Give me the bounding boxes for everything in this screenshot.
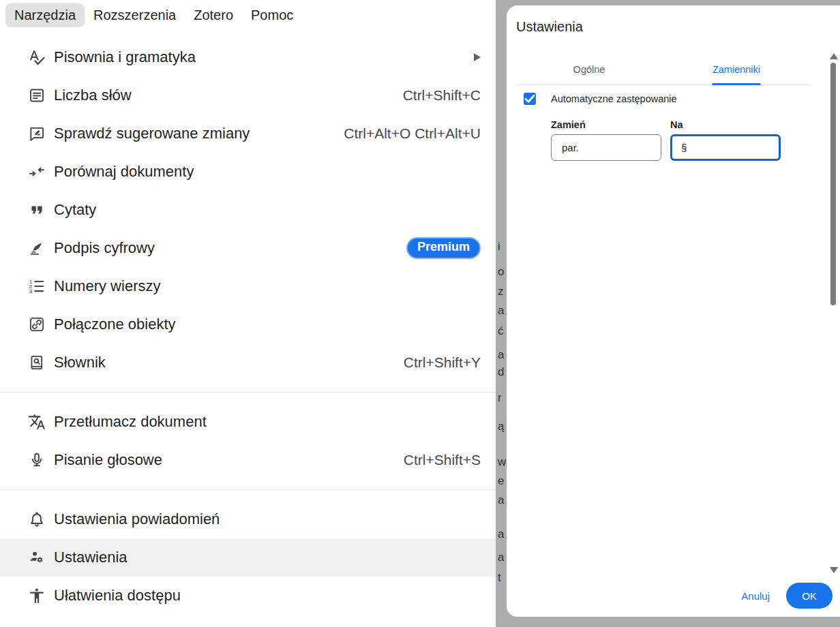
column-header-replace: Zamień xyxy=(551,119,586,130)
menu-item-u-atwienia-dost-pu[interactable]: Ułatwienia dostępu xyxy=(0,577,496,615)
document-text-fragment: r xyxy=(498,392,502,403)
settings-icon xyxy=(28,549,46,566)
menu-shortcut: Ctrl+Shift+Y xyxy=(404,354,481,371)
settings-tabs: OgólneZamienniki xyxy=(515,55,810,85)
new-substitution-row xyxy=(551,134,781,161)
document-text-fragment: a xyxy=(498,305,504,316)
accessibility-icon xyxy=(28,587,46,605)
active-tab-underline xyxy=(712,83,761,86)
menubar-item-zotero[interactable]: Zotero xyxy=(185,3,242,27)
scrollbar-thumb[interactable] xyxy=(830,63,836,305)
menu-item-pisanie-g-osowe[interactable]: Pisanie głosowe Ctrl+Shift+S xyxy=(0,441,496,479)
tab-zamienniki[interactable]: Zamienniki xyxy=(663,55,810,85)
voice-typing-icon xyxy=(28,451,46,469)
document-text-fragment: o xyxy=(498,266,504,277)
digital-signature-icon xyxy=(28,239,46,257)
autocorrect-row: Automatyczne zastępowanie xyxy=(524,93,677,105)
ok-button[interactable]: OK xyxy=(786,583,832,609)
menu-item-przet-umacz-dokument[interactable]: Przetłumacz dokument xyxy=(0,403,496,441)
scrollbar-down-arrow-icon[interactable] xyxy=(830,567,838,573)
document-text-fragment: a xyxy=(498,551,504,563)
dialog-footer: Anuluj OK xyxy=(507,575,840,617)
document-text-fragment: ą xyxy=(498,420,504,432)
document-text-fragment: t xyxy=(498,572,501,583)
column-header-with: Na xyxy=(670,119,683,130)
document-text-fragment: w xyxy=(498,456,506,468)
menu-item-po-czone-obiekty[interactable]: Połączone obiekty xyxy=(0,305,496,343)
settings-dialog: Ustawienia OgólneZamienniki Automatyczne… xyxy=(507,5,840,617)
menu-separator xyxy=(0,489,496,490)
linked-objects-icon xyxy=(28,316,46,333)
premium-badge: Premium xyxy=(406,237,481,259)
document-text-fragment: z xyxy=(498,286,504,297)
menu-item-pisownia-i-gramatyka[interactable]: Pisownia i gramatyka xyxy=(0,38,496,76)
dictionary-icon xyxy=(28,354,46,371)
new-replace-input[interactable] xyxy=(551,134,661,161)
cancel-button[interactable]: Anuluj xyxy=(741,590,770,602)
document-text-fragment: a xyxy=(498,494,504,506)
menu-item-por-wnaj-dokumenty[interactable]: Porównaj dokumenty xyxy=(0,153,496,191)
translate-icon xyxy=(28,413,46,431)
document-text-fragment: ć xyxy=(498,325,504,337)
menu-item-cytaty[interactable]: Cytaty xyxy=(0,191,496,229)
menu-shortcut: Ctrl+Shift+C xyxy=(403,87,481,104)
compare-documents-icon xyxy=(28,163,46,181)
menu-item-ustawienia[interactable]: Ustawienia xyxy=(0,538,496,577)
scrollbar-up-arrow-icon[interactable] xyxy=(830,53,838,59)
menu-item-ustawienia-powiadomie[interactable]: Ustawienia powiadomień xyxy=(0,500,496,538)
dialog-title: Ustawienia xyxy=(516,19,583,35)
substitution-list xyxy=(507,172,840,575)
tab-og-lne[interactable]: Ogólne xyxy=(515,55,663,85)
autocorrect-label: Automatyczne zastępowanie xyxy=(551,93,677,104)
tools-menu: Pisownia i gramatyka Liczba słów Ctrl+Sh… xyxy=(0,31,496,627)
new-with-input[interactable] xyxy=(670,134,781,161)
notifications-icon xyxy=(28,510,46,528)
document-text-fragment: d xyxy=(498,366,504,378)
line-numbers-icon: 123 xyxy=(28,277,46,295)
document-text-fragment: i xyxy=(498,241,500,252)
menu-shortcut: Ctrl+Shift+S xyxy=(404,452,481,468)
menubar-item-narz-dzia[interactable]: Narzędzia xyxy=(5,3,85,27)
check-icon[interactable] xyxy=(524,93,536,105)
menu-item-liczba-s-w[interactable]: Liczba słów Ctrl+Shift+C xyxy=(0,76,496,114)
menu-item-numery-wierszy[interactable]: 123 Numery wierszy xyxy=(0,267,496,305)
menu-item-podpis-cyfrowy[interactable]: Podpis cyfrowy Premium xyxy=(0,229,496,267)
menubar: NarzędziaRozszerzeniaZoteroPomoc xyxy=(0,0,496,31)
spellcheck-icon xyxy=(28,48,46,66)
document-text-fragment: a xyxy=(498,528,504,540)
menu-item-s-ownik[interactable]: Słownik Ctrl+Shift+Y xyxy=(0,343,496,382)
menu-shortcut: Ctrl+Alt+O Ctrl+Alt+U xyxy=(344,125,481,142)
word-count-icon xyxy=(28,87,46,104)
svg-text:3: 3 xyxy=(29,288,33,294)
docs-left-region: NarzędziaRozszerzeniaZoteroPomoc Pisowni… xyxy=(0,0,496,627)
submenu-arrow-icon xyxy=(474,53,481,61)
document-text-fragment: a xyxy=(498,349,504,361)
citations-icon xyxy=(28,201,46,219)
menubar-item-rozszerzenia[interactable]: Rozszerzenia xyxy=(85,3,185,27)
menu-item-sprawd-sugerowane-zmiany[interactable]: Sprawdź sugerowane zmiany Ctrl+Alt+O Ctr… xyxy=(0,114,496,153)
menubar-item-pomoc[interactable]: Pomoc xyxy=(242,3,302,27)
menu-separator xyxy=(0,392,496,393)
review-edits-icon xyxy=(28,125,46,142)
document-text-fragment: e xyxy=(498,475,504,487)
